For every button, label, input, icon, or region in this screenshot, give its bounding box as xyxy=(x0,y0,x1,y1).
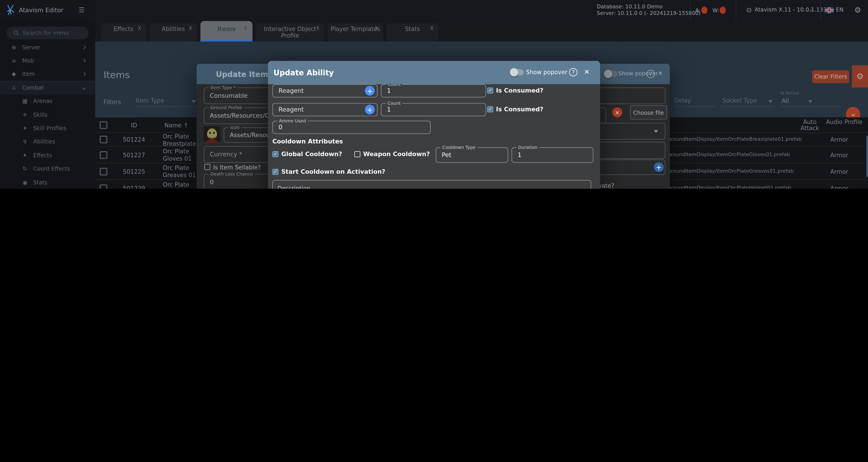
show-popover-toggle[interactable] xyxy=(510,69,524,75)
caret-down-icon xyxy=(808,100,813,103)
reagent-field[interactable]: Reagent + xyxy=(272,103,377,116)
row-checkbox[interactable] xyxy=(99,184,107,189)
start-cooldown-checkbox[interactable]: ✓ xyxy=(272,169,278,175)
col-auto-attack[interactable]: Auto Attack xyxy=(794,119,826,131)
is-consumed-checkbox[interactable]: ✓ xyxy=(487,88,493,94)
toggle-knob xyxy=(510,68,518,76)
choose-file-button[interactable]: Choose file xyxy=(630,105,667,120)
person-icon: ⊙ xyxy=(746,6,752,14)
close-icon[interactable]: X xyxy=(244,26,247,31)
server-select[interactable]: Atavism X.11 - 10.0.1.131 xyxy=(754,6,827,13)
is-consumed-checkbox[interactable]: ✓ xyxy=(487,106,493,113)
filter-socket-type[interactable]: Socket Type xyxy=(722,97,757,103)
wand-icon: ✳ xyxy=(21,112,29,118)
sidebar-item-mob[interactable]: ☠ Mob xyxy=(0,54,95,67)
chevron-right-icon xyxy=(82,59,86,62)
filter-item-type[interactable]: Item Type xyxy=(136,97,164,103)
caret-down-icon xyxy=(654,130,658,133)
divider xyxy=(721,106,774,107)
sidebar-search-placeholder: Search for menu xyxy=(23,30,68,36)
close-icon[interactable]: X xyxy=(430,26,433,31)
add-icon[interactable]: + xyxy=(365,86,375,96)
count-field[interactable]: Count 1 xyxy=(381,84,486,97)
close-icon[interactable]: X xyxy=(138,26,141,31)
tab-interactive-object-profile[interactable]: Interactive Object ProfileX xyxy=(256,23,324,42)
tab-abilities[interactable]: AbilitiesX xyxy=(150,23,197,42)
sidebar-item-effects[interactable]: ✦Effects xyxy=(0,148,95,162)
start-cooldown-label: Start Cooldown on Activation? xyxy=(281,168,385,176)
select-all-checkbox[interactable] xyxy=(99,121,107,129)
clear-file-icon[interactable]: ✕ xyxy=(612,107,622,117)
tab-stats[interactable]: StatsX xyxy=(386,23,438,42)
row-checkbox[interactable] xyxy=(99,168,107,175)
is-consumed-label: Is Consumed? xyxy=(496,106,544,113)
sidebar-item-arenas[interactable]: ▦Arenas xyxy=(0,94,95,108)
sidebar-item-stats[interactable]: ◉Stats xyxy=(0,176,95,189)
divider xyxy=(780,106,841,107)
sidebar-item-abilities[interactable]: ↯Abilities xyxy=(0,135,95,148)
filters-label: Filters xyxy=(103,99,121,105)
tab-effects[interactable]: EffectsX xyxy=(101,23,146,42)
add-icon[interactable]: + xyxy=(365,105,375,115)
chevron-down-icon xyxy=(82,86,86,90)
item-icon-thumbnail xyxy=(204,126,220,143)
menu-hamburger-icon[interactable]: ☰ xyxy=(79,6,84,14)
weapon-cooldown-checkbox[interactable] xyxy=(354,151,360,157)
close-icon[interactable]: X xyxy=(189,26,192,31)
ammo-used-field[interactable]: Ammo Used 0 xyxy=(272,121,431,134)
col-id[interactable]: ID xyxy=(117,122,151,128)
caret-down-icon xyxy=(192,100,196,103)
divider xyxy=(674,106,717,107)
close-icon[interactable]: X xyxy=(375,26,378,31)
col-name[interactable]: Name ↑ xyxy=(164,122,188,128)
sidebar-item-combat[interactable]: ⚔ Combat xyxy=(0,81,95,95)
tab-items[interactable]: ItemsX xyxy=(200,21,252,42)
show-popover-toggle[interactable] xyxy=(604,71,618,77)
help-icon[interactable]: ? xyxy=(647,70,655,78)
is-consumed-label: Is Consumed? xyxy=(496,87,544,94)
col-audio-profile[interactable]: Audio Profile xyxy=(826,119,863,125)
count-field[interactable]: Count 1 xyxy=(381,103,486,116)
uk-flag-icon[interactable] xyxy=(825,7,834,13)
divider xyxy=(136,106,196,107)
cooldown-type-field[interactable]: Cooldown Type Pet xyxy=(436,147,508,163)
language-label[interactable]: EN xyxy=(836,6,843,13)
sidebar-search[interactable]: Search for menu xyxy=(6,27,89,39)
filter-delay[interactable]: Delay xyxy=(674,97,691,103)
table-vertical-scrollbar[interactable] xyxy=(866,136,868,177)
close-icon[interactable]: ✕ xyxy=(658,70,663,77)
sidebar-item-item[interactable]: ◆ Item xyxy=(0,67,95,81)
help-icon[interactable]: ? xyxy=(569,68,578,76)
reagent-field[interactable]: Reagent + xyxy=(272,84,377,97)
divider xyxy=(736,0,736,21)
app-title: Atavism Editor xyxy=(19,6,63,14)
flask-icon: ✦ xyxy=(21,152,29,158)
w-status-label: W: xyxy=(712,7,719,14)
close-icon[interactable]: X xyxy=(316,26,319,31)
update-ability-body: Reagent + Count 1 ✓ Is Consumed? Reagent… xyxy=(268,84,600,189)
weapon-cooldown-label: Weapon Cooldown? xyxy=(363,151,430,158)
filter-is-active-value[interactable]: All xyxy=(782,97,789,104)
is-item-sellable-checkbox[interactable] xyxy=(204,164,210,170)
sidebar-item-skill-profiles[interactable]: ✶Skill Profiles xyxy=(0,122,95,135)
server-line: Server: 10.11.0 0 (- 20241219-155800) xyxy=(597,10,701,17)
muscle-icon: ◉ xyxy=(21,179,29,185)
global-cooldown-label: Global Cooldown? xyxy=(281,151,342,158)
global-cooldown-checkbox[interactable]: ✓ xyxy=(272,151,278,157)
settings-gear-icon[interactable]: ⚙ xyxy=(854,5,861,14)
row-checkbox[interactable] xyxy=(99,151,107,159)
description-textarea[interactable]: Description xyxy=(272,180,591,189)
divider xyxy=(690,0,690,21)
close-icon[interactable]: ✕ xyxy=(584,68,590,76)
sidebar-item-coord-effects[interactable]: ↻Coord Effects xyxy=(0,162,95,176)
row-checkbox[interactable] xyxy=(99,136,107,144)
clear-filters-button[interactable]: Clear Filters xyxy=(812,70,849,83)
sidebar-item-server[interactable]: ⊕ Server xyxy=(0,40,95,54)
sidebar-item-skills[interactable]: ✳Skills xyxy=(0,108,95,122)
modal-title: Update Item xyxy=(216,69,268,78)
duration-field[interactable]: Duration 1 xyxy=(512,147,593,163)
table-settings-gear-button[interactable]: ⚙ xyxy=(852,65,868,88)
add-icon[interactable]: + xyxy=(654,162,664,172)
update-ability-header: Update Ability Show popover ? ✕ xyxy=(268,61,600,84)
tab-player-templates[interactable]: Player TemplatesX xyxy=(328,23,383,42)
